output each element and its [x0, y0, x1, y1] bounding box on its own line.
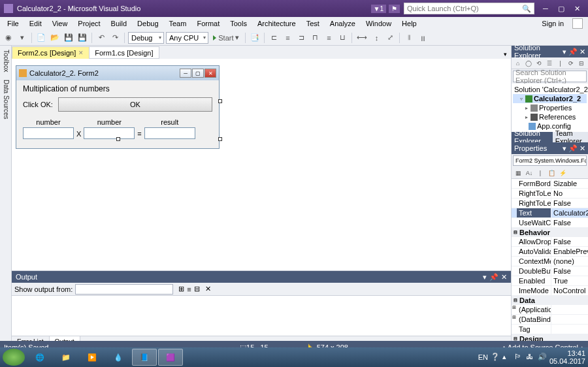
- size-height-button[interactable]: ↕: [370, 32, 382, 44]
- output-btn[interactable]: ≡: [187, 285, 191, 293]
- prop-row[interactable]: RightToLeftNo: [512, 189, 588, 199]
- vspace-button[interactable]: ⫼: [417, 32, 429, 44]
- prop-row[interactable]: DoubleBufferedFalse: [512, 266, 588, 276]
- number2-input[interactable]: [84, 127, 135, 139]
- taskbar-ie[interactable]: 🌐: [27, 349, 52, 366]
- taskbar-app[interactable]: 💧: [106, 349, 131, 366]
- close-icon[interactable]: ✕: [580, 144, 585, 153]
- menu-help[interactable]: Help: [397, 18, 421, 29]
- collapse-icon[interactable]: ⊟: [578, 59, 586, 68]
- data-sources-tab[interactable]: Data Sources: [0, 76, 11, 123]
- taskbar-explorer[interactable]: 📁: [54, 349, 78, 366]
- prop-category[interactable]: ⊟Data: [512, 296, 588, 305]
- menu-analyze[interactable]: Analyze: [325, 18, 360, 29]
- tree-icon[interactable]: ☰: [546, 59, 554, 68]
- menu-test[interactable]: Test: [302, 18, 324, 29]
- new-project-button[interactable]: 📄: [35, 32, 47, 44]
- quick-launch[interactable]: 🔍: [404, 3, 534, 14]
- output-source-combo[interactable]: [75, 284, 173, 295]
- pin-icon[interactable]: 📌: [568, 48, 578, 56]
- form-window[interactable]: Calculator2_2. Form2 ─ ▢ ✕ Multiplicatio…: [16, 65, 220, 149]
- toolbar-btn-1[interactable]: 📑: [249, 32, 261, 44]
- number1-input[interactable]: [23, 127, 74, 139]
- platform-combo[interactable]: Any CPU: [166, 32, 208, 44]
- sync-icon[interactable]: ⟲: [535, 59, 544, 68]
- pin-icon[interactable]: 📌: [568, 144, 578, 153]
- close-icon[interactable]: ✕: [501, 273, 507, 281]
- tray-volume-icon[interactable]: 🔊: [538, 353, 547, 362]
- tray-network-icon[interactable]: 🖧: [526, 353, 535, 362]
- clickok-label[interactable]: Click OK:: [23, 101, 53, 108]
- tree-references[interactable]: ▸References: [513, 112, 587, 121]
- props-icon[interactable]: 📋: [547, 168, 556, 178]
- minimize-button[interactable]: ─: [538, 3, 553, 14]
- times-label[interactable]: X: [76, 130, 81, 139]
- menu-project[interactable]: Project: [73, 18, 105, 29]
- align-middle-button[interactable]: ≡: [323, 32, 335, 44]
- multiplication-label[interactable]: Multiplication of numbers: [23, 84, 212, 93]
- output-text[interactable]: [12, 296, 511, 336]
- number2-label[interactable]: number: [97, 118, 122, 126]
- tab-form1[interactable]: Form1.cs [Design]: [89, 46, 159, 59]
- close-button[interactable]: ✕: [570, 3, 584, 14]
- tab-dropdown[interactable]: ▾: [500, 50, 510, 59]
- prop-row[interactable]: EnabledTrue: [512, 276, 588, 286]
- redo-button[interactable]: ↷: [109, 32, 121, 44]
- prop-row[interactable]: FormBorderStylSizable: [512, 179, 588, 189]
- output-btn[interactable]: ✕: [205, 285, 211, 293]
- dropdown-icon[interactable]: ▾: [483, 273, 487, 281]
- align-center-button[interactable]: ≡: [282, 32, 293, 44]
- dropdown-icon[interactable]: ▾: [563, 144, 566, 153]
- menu-view[interactable]: View: [48, 18, 73, 29]
- align-top-button[interactable]: ⊓: [309, 32, 321, 44]
- tray-lang[interactable]: EN: [478, 353, 488, 361]
- menu-file[interactable]: File: [3, 18, 24, 29]
- solution-tree[interactable]: Solution 'Calculator2_2' (1 project) ▿Ca…: [512, 84, 588, 132]
- form-designer[interactable]: Calculator2_2. Form2 ─ ▢ ✕ Multiplicatio…: [12, 59, 511, 270]
- open-button[interactable]: 📂: [49, 32, 61, 44]
- result-input[interactable]: [144, 127, 195, 139]
- signin-area[interactable]: Sign in: [537, 18, 585, 29]
- hspace-button[interactable]: ⫴: [403, 32, 415, 44]
- output-btn[interactable]: ⊞: [178, 285, 184, 293]
- menu-window[interactable]: Window: [361, 18, 396, 29]
- resize-handle[interactable]: [116, 137, 120, 141]
- taskbar-vs[interactable]: 🟪: [158, 349, 183, 366]
- taskbar-media[interactable]: ▶️: [80, 349, 105, 366]
- size-width-button[interactable]: ⟷: [355, 32, 368, 44]
- prop-row[interactable]: ⊞(DataBindings): [512, 315, 588, 325]
- toolbox-tab[interactable]: Toolbox: [0, 46, 11, 76]
- close-icon[interactable]: ✕: [78, 50, 84, 56]
- menu-team[interactable]: Team: [165, 18, 191, 29]
- size-both-button[interactable]: ⤢: [384, 32, 396, 44]
- feedback-icon[interactable]: ⚑: [389, 5, 400, 13]
- prop-row[interactable]: ImeModeNoControl: [512, 286, 588, 296]
- prop-row[interactable]: AllowDropFalse: [512, 237, 588, 247]
- notif-flag-icon[interactable]: ▼1: [371, 5, 386, 13]
- config-combo[interactable]: Debug: [128, 32, 164, 44]
- props-object-combo[interactable]: Form2 System.Windows.Forms.Form: [513, 155, 587, 166]
- align-bottom-button[interactable]: ⊔: [336, 32, 348, 44]
- dropdown-icon[interactable]: ▾: [563, 48, 566, 56]
- maximize-button[interactable]: ▢: [554, 3, 568, 14]
- prop-row[interactable]: TextCalculator2_2. Fo: [512, 208, 588, 218]
- nav-fwd-button[interactable]: ▾: [16, 32, 28, 44]
- resize-handle[interactable]: [218, 99, 222, 103]
- pin-icon[interactable]: 📌: [489, 273, 498, 281]
- prop-row[interactable]: ContextMenuSt(none): [512, 257, 588, 266]
- tray-clock[interactable]: 13:4105.04.2017: [549, 349, 585, 365]
- prop-row[interactable]: ⊞(ApplicationSett: [512, 305, 588, 315]
- alpha-icon[interactable]: A↓: [525, 168, 534, 178]
- menu-edit[interactable]: Edit: [25, 18, 46, 29]
- start-button[interactable]: Start ▾: [210, 32, 242, 44]
- equals-label[interactable]: =: [137, 130, 141, 139]
- prop-category[interactable]: ⊟Behavior: [512, 228, 588, 237]
- tray-help-icon[interactable]: ❔: [491, 353, 500, 362]
- menu-tools[interactable]: Tools: [225, 18, 252, 29]
- number1-label[interactable]: number: [36, 118, 60, 126]
- nav-back-button[interactable]: ◉: [3, 32, 14, 44]
- taskbar-word[interactable]: 📘: [132, 349, 157, 366]
- save-button[interactable]: 💾: [63, 32, 74, 44]
- tray-up-icon[interactable]: ▴: [502, 353, 512, 362]
- solexp-search[interactable]: Search Solution Explorer (Ctrl+;): [513, 71, 587, 82]
